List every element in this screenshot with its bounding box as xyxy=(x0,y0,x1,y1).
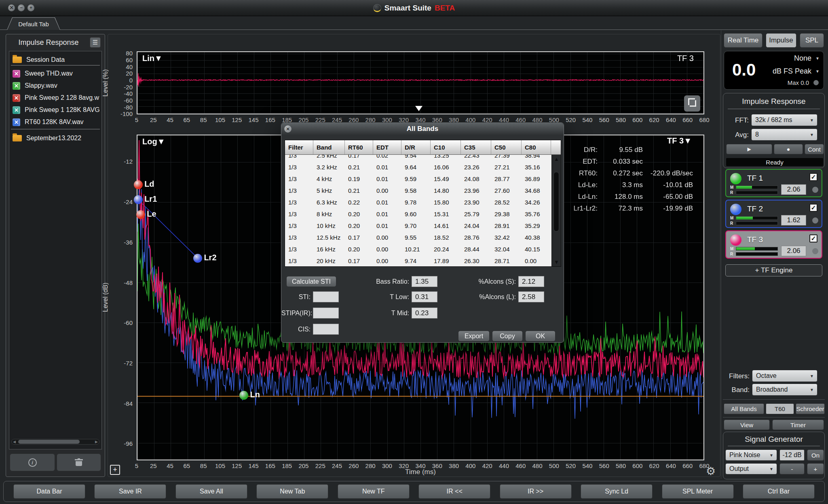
scroll-left-icon[interactable]: ◀ xyxy=(13,440,16,444)
meter-reset-icon[interactable] xyxy=(813,80,819,85)
bottom-button-save-all[interactable]: Save All xyxy=(175,484,247,499)
bands-table-scrollbar[interactable]: ▲ ▼ xyxy=(551,155,561,266)
dialog-close-icon[interactable]: ✕ xyxy=(284,125,291,133)
engine-track-icon[interactable] xyxy=(812,187,818,193)
column-header-c80[interactable]: C80 xyxy=(522,140,551,154)
bass-ratio-field[interactable]: 1.35 xyxy=(412,276,437,287)
log-mode-selector[interactable]: Log▼ xyxy=(142,137,165,146)
tab-schroeder[interactable]: Schroeder xyxy=(796,403,825,414)
tab-impulse[interactable]: Impulse xyxy=(766,33,796,48)
dialog-titlebar[interactable]: All Bands xyxy=(281,123,564,135)
engine-visible-checkbox[interactable]: ✓ xyxy=(809,234,817,243)
engine-gain-field[interactable]: 1.62 xyxy=(781,215,806,226)
bottom-button-save-ir[interactable]: Save IR xyxy=(94,484,166,499)
fft-select[interactable]: 32k / 682 ms▼ xyxy=(751,114,817,126)
t-low-field[interactable]: 0.31 xyxy=(412,291,437,302)
table-row[interactable]: 1/38 kHz0.200.019.6015.3125.7929.3835.76 xyxy=(285,208,551,220)
bottom-button-spl-meter[interactable]: SPL Meter xyxy=(662,484,734,499)
scroll-down-icon[interactable]: ▼ xyxy=(552,259,561,265)
engine-gain-field[interactable]: 2.06 xyxy=(781,246,806,256)
settings-gear-icon[interactable]: ⚙ xyxy=(706,465,716,478)
bottom-button-new-tf[interactable]: New TF xyxy=(338,484,410,499)
lin-chart[interactable]: Lin▼ TF 3 xyxy=(137,51,704,114)
bottom-button-sync-ld[interactable]: Sync Ld xyxy=(581,484,653,499)
engine-gain-field[interactable]: 2.06 xyxy=(781,184,806,195)
file-delete-button[interactable] xyxy=(57,453,101,471)
lin-mode-selector[interactable]: Lin▼ xyxy=(142,54,163,63)
tree-item-session-folder[interactable]: Session Data xyxy=(13,54,100,66)
table-row[interactable]: 1/36.3 kHz0.220.019.7815.8023.9028.5234.… xyxy=(285,196,551,208)
bottom-button-new-tab[interactable]: New Tab xyxy=(256,484,328,499)
bottom-button-ir-[interactable]: IR << xyxy=(418,484,490,499)
column-header-dr[interactable]: D/R xyxy=(401,140,431,154)
table-row[interactable]: 1/316 kHz0.200.0010.2120.2428.4432.0440.… xyxy=(285,243,551,255)
tab-default[interactable]: Default Tab xyxy=(7,18,60,30)
alcons-l-field[interactable]: 2.58 xyxy=(518,291,544,302)
tab-real-time[interactable]: Real Time xyxy=(724,33,763,48)
column-header-c50[interactable]: C50 xyxy=(491,140,522,154)
scroll-up-icon[interactable]: ▲ xyxy=(552,156,561,162)
column-header-rt60[interactable]: RT60 xyxy=(345,140,373,154)
column-header-band[interactable]: Band xyxy=(313,140,345,154)
table-row[interactable]: 1/33.2 kHz0.210.019.6416.0623.2627.2135.… xyxy=(285,161,551,173)
meter-source-selector[interactable]: None xyxy=(794,54,811,63)
engine-track-icon[interactable] xyxy=(812,248,818,254)
tree-item-file[interactable]: ✕RT60 128K 8AV.wav xyxy=(13,116,100,128)
dropdown-arrow-icon[interactable]: ▼ xyxy=(815,69,820,74)
bottom-button-ctrl-bar[interactable]: Ctrl Bar xyxy=(743,484,815,499)
output-select[interactable]: Output▼ xyxy=(725,463,777,474)
alcons-s-field[interactable]: 2.12 xyxy=(518,276,544,287)
level-minus-button[interactable]: - xyxy=(779,463,805,474)
cis-field[interactable] xyxy=(313,324,339,335)
crop-zoom-icon[interactable] xyxy=(684,95,700,112)
table-row[interactable]: 1/312.5 kHz0.170.009.5518.5228.7632.4240… xyxy=(285,232,551,243)
bands-table-body[interactable]: 1/32.5 kHz0.170.029.5413.2522.4327.3938.… xyxy=(285,155,551,266)
band-select[interactable]: Broadband▼ xyxy=(752,384,817,396)
bottom-button-ir-[interactable]: IR >> xyxy=(500,484,572,499)
scroll-right-icon[interactable]: ▶ xyxy=(95,440,98,444)
table-row[interactable]: 1/32.5 kHz0.170.029.5413.2522.4327.3938.… xyxy=(285,155,551,161)
add-pane-button[interactable]: + xyxy=(110,465,120,475)
avg-select[interactable]: 8▼ xyxy=(751,129,817,141)
playhead-marker-icon[interactable] xyxy=(415,106,422,111)
file-info-button[interactable]: i xyxy=(10,453,55,471)
filters-select[interactable]: Octave▼ xyxy=(752,370,817,382)
tf-engine-card-3[interactable]: TF 3✓MR2.06 xyxy=(725,230,822,259)
engine-track-icon[interactable] xyxy=(812,217,818,224)
add-tf-engine-button[interactable]: + TF Engine xyxy=(725,264,822,276)
tf-engine-card-1[interactable]: TF 1✓MR2.06 xyxy=(725,169,822,197)
t-mid-field[interactable]: 0.23 xyxy=(412,308,437,318)
tab-spl[interactable]: SPL xyxy=(800,33,824,48)
timer-button[interactable]: Timer xyxy=(772,420,824,430)
ok-button[interactable]: OK xyxy=(525,331,556,342)
play-button[interactable]: ▶ xyxy=(726,144,772,154)
record-button[interactable]: ● xyxy=(774,144,803,154)
copy-button[interactable]: Copy xyxy=(492,331,523,342)
column-header-filter[interactable]: Filter xyxy=(285,140,313,154)
tree-item-file[interactable]: ✕Slappy.wav xyxy=(13,80,100,92)
scrollbar-thumb[interactable] xyxy=(18,440,80,444)
table-row[interactable]: 1/320 kHz0.170.009.7417.8926.3028.710.00 xyxy=(285,255,551,266)
generator-level-field[interactable]: -12 dB xyxy=(779,449,805,461)
sti-field[interactable] xyxy=(313,291,339,302)
column-header-c10[interactable]: C10 xyxy=(431,140,461,154)
sidebar-menu-button[interactable]: ☰ xyxy=(90,37,101,48)
tree-item-date-folder[interactable]: September13.2022 xyxy=(13,132,100,144)
calculate-sti-button[interactable]: Calculate STI xyxy=(286,276,336,287)
tab-all-bands[interactable]: All Bands xyxy=(724,403,764,414)
meter-unit-selector[interactable]: dB FS Peak xyxy=(773,67,811,76)
tree-item-file[interactable]: ✕Pink Sweep 2 128 8avg.w xyxy=(13,92,100,104)
ir-marker-ld[interactable] xyxy=(134,180,143,189)
continuous-button[interactable]: Cont xyxy=(805,144,824,154)
dropdown-arrow-icon[interactable]: ▼ xyxy=(815,56,820,61)
sidebar-horizontal-scrollbar[interactable]: ◀ ▶ xyxy=(11,439,99,445)
level-plus-button[interactable]: + xyxy=(807,463,824,474)
export-button[interactable]: Export xyxy=(458,331,490,342)
engine-visible-checkbox[interactable]: ✓ xyxy=(809,204,817,212)
view-button[interactable]: View xyxy=(724,420,770,430)
scrollbar-thumb[interactable] xyxy=(553,172,559,232)
signal-type-select[interactable]: Pink Noise▼ xyxy=(725,449,777,461)
column-header-edt[interactable]: EDT xyxy=(373,140,401,154)
table-row[interactable]: 1/310 kHz0.200.019.7014.6124.0428.9135.2… xyxy=(285,220,551,232)
engine-visible-checkbox[interactable]: ✓ xyxy=(809,173,817,181)
